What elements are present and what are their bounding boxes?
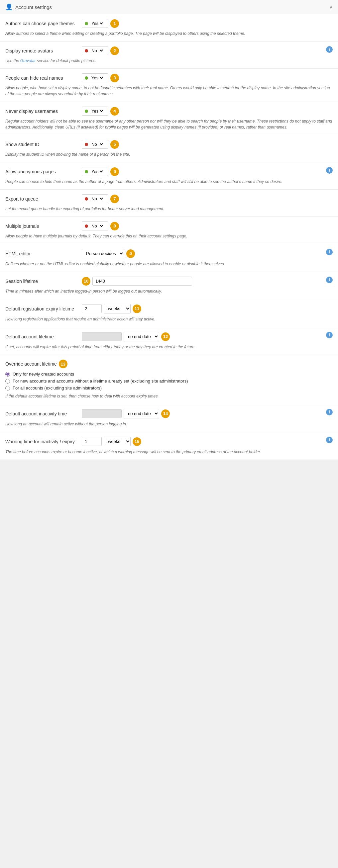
info-icon-9[interactable]: i	[326, 249, 333, 255]
setting-label-12: Default account lifetime	[5, 334, 79, 339]
select-8[interactable]: No Yes	[90, 223, 104, 229]
setting-description-4: Regular account holders will not be able…	[5, 118, 333, 130]
badge-12: 12	[161, 332, 170, 341]
setting-label-6: Allow anonymous pages	[5, 169, 79, 174]
registration-expiry-number[interactable]	[82, 304, 102, 313]
setting-description-3: Allow people, who have set a display nam…	[5, 85, 333, 97]
setting-row-7: Export to queue No Yes 7 Let the export …	[0, 190, 338, 217]
setting-description-5: Display the student ID when showing the …	[5, 151, 333, 157]
info-icon-10[interactable]: i	[326, 277, 333, 283]
row-with-info-11: Default registration expiry lifetime wee…	[5, 304, 333, 322]
registration-expiry-unit[interactable]: weeks days months years	[104, 304, 131, 313]
setting-main-15: Warning time for inactivity / expiry wee…	[5, 437, 326, 446]
radio-option-3: For all accounts (excluding site adminis…	[5, 385, 333, 391]
setting-row-2: Display remote avatars No Yes 2 Use the …	[0, 41, 338, 69]
inactivity-unit[interactable]: no end date days weeks months years	[124, 409, 159, 418]
section-header-left: 👤 Account settings	[5, 3, 52, 11]
setting-label-10: Session lifetime	[5, 279, 79, 284]
setting-main-10: Session lifetime 10	[5, 277, 326, 285]
badge-9: 9	[126, 249, 135, 258]
row-inner-15: Warning time for inactivity / expiry wee…	[5, 437, 326, 455]
info-icon-14[interactable]: i	[326, 409, 333, 415]
setting-description-11: How long registration applications that …	[5, 316, 333, 322]
badge-5: 5	[110, 140, 119, 149]
setting-description-12: If set, accounts will expire after this …	[5, 344, 326, 350]
badge-3: 3	[110, 74, 119, 82]
radio-dot-no-8	[85, 224, 88, 228]
setting-description-9: Defines whether or not the HTML editor i…	[5, 261, 326, 267]
badge-1: 1	[110, 19, 119, 28]
badge-8: 8	[110, 222, 119, 230]
select-box-7[interactable]: No Yes	[82, 194, 108, 203]
select-box-3[interactable]: Yes No	[82, 73, 108, 82]
select-box-6[interactable]: Yes No	[82, 167, 108, 176]
radio-only-new[interactable]	[5, 372, 10, 377]
badge-13: 13	[59, 360, 67, 368]
setting-label-1: Authors can choose page themes	[5, 21, 79, 26]
row-with-info-12: Default account lifetime no end date day…	[5, 332, 333, 350]
setting-control-15: weeks days months years 15	[82, 437, 141, 446]
setting-main-9: HTML editor Person decides Enabled Disab…	[5, 249, 326, 258]
radio-all-accounts[interactable]	[5, 386, 10, 391]
radio-option-2: For new accounts and accounts without a …	[5, 378, 333, 383]
setting-main-4: Never display usernames Yes No 4	[5, 106, 333, 116]
setting-label-4: Never display usernames	[5, 108, 79, 114]
select-7[interactable]: No Yes	[90, 196, 104, 202]
setting-description-15: The time before accounts expire or becom…	[5, 449, 326, 455]
row-with-info-7: Export to queue No Yes 7 Let the export …	[5, 194, 333, 212]
select-4[interactable]: Yes No	[90, 108, 104, 114]
gravatar-link[interactable]: Gravatar	[20, 58, 36, 63]
badge-10: 10	[82, 277, 90, 285]
select-box-1[interactable]: Yes No	[82, 19, 108, 28]
info-icon-15[interactable]: i	[326, 437, 333, 443]
select-6[interactable]: Yes No	[90, 169, 104, 174]
setting-main-1: Authors can choose page themes Yes No 1	[5, 19, 333, 28]
radio-label-only-new: Only for newly created accounts	[12, 372, 74, 377]
setting-description-7: Let the export queue handle the exportin…	[5, 206, 333, 212]
override-label: Override account lifetime	[5, 361, 57, 367]
override-description: If the default account lifetime is set, …	[5, 393, 333, 399]
setting-label-8: Multiple journals	[5, 223, 79, 229]
setting-label-5: Show student ID	[5, 142, 79, 147]
setting-control-7: No Yes 7	[82, 194, 119, 203]
select-2[interactable]: No Yes	[90, 48, 104, 54]
info-icon-6[interactable]: i	[326, 167, 333, 174]
account-lifetime-unit[interactable]: no end date days weeks months years	[124, 332, 159, 341]
select-5[interactable]: No Yes	[90, 142, 104, 147]
setting-row-8: Multiple journals No Yes 8 Allow people …	[0, 217, 338, 244]
section-title: Account settings	[15, 4, 52, 10]
radio-dot-yes-4	[85, 110, 88, 113]
setting-control-6: Yes No 6	[82, 167, 119, 176]
select-9[interactable]: Person decides Enabled Disabled	[82, 249, 124, 258]
select-box-4[interactable]: Yes No	[82, 106, 108, 116]
setting-row-15: Warning time for inactivity / expiry wee…	[0, 432, 338, 460]
warning-number[interactable]	[82, 437, 102, 446]
session-lifetime-input[interactable]	[92, 277, 192, 285]
row-inner-14: Default account inactivity time no end d…	[5, 409, 326, 427]
setting-control-2: No Yes 2	[82, 46, 119, 55]
setting-control-11: weeks days months years 11	[82, 304, 141, 313]
setting-label-11: Default registration expiry lifetime	[5, 306, 79, 311]
row-with-info-8: Multiple journals No Yes 8 Allow people …	[5, 221, 333, 239]
radio-dot-yes-1	[85, 22, 88, 25]
setting-label-15: Warning time for inactivity / expiry	[5, 439, 79, 444]
row-inner-12: Default account lifetime no end date day…	[5, 332, 326, 350]
select-1[interactable]: Yes No	[90, 21, 104, 26]
select-box-2[interactable]: No Yes	[82, 46, 108, 55]
setting-main-6: Allow anonymous pages Yes No 6	[5, 167, 326, 176]
warning-unit[interactable]: weeks days months years	[104, 437, 131, 446]
info-icon-12[interactable]: i	[326, 332, 333, 338]
setting-control-1: Yes No 1	[82, 19, 119, 28]
select-3[interactable]: Yes No	[90, 75, 104, 81]
select-box-8[interactable]: No Yes	[82, 221, 108, 230]
setting-label-7: Export to queue	[5, 196, 79, 202]
radio-new-no-lifetime[interactable]	[5, 379, 10, 383]
select-box-5[interactable]: No Yes	[82, 140, 108, 149]
info-icon-2[interactable]: i	[326, 46, 333, 53]
chevron-up-icon[interactable]: ∧	[329, 4, 333, 10]
account-lifetime-disabled	[82, 332, 122, 341]
setting-main-2: Display remote avatars No Yes 2	[5, 46, 326, 55]
row-inner-9: HTML editor Person decides Enabled Disab…	[5, 249, 326, 267]
setting-control-5: No Yes 5	[82, 140, 119, 149]
setting-row-12: Default account lifetime no end date day…	[0, 327, 338, 355]
